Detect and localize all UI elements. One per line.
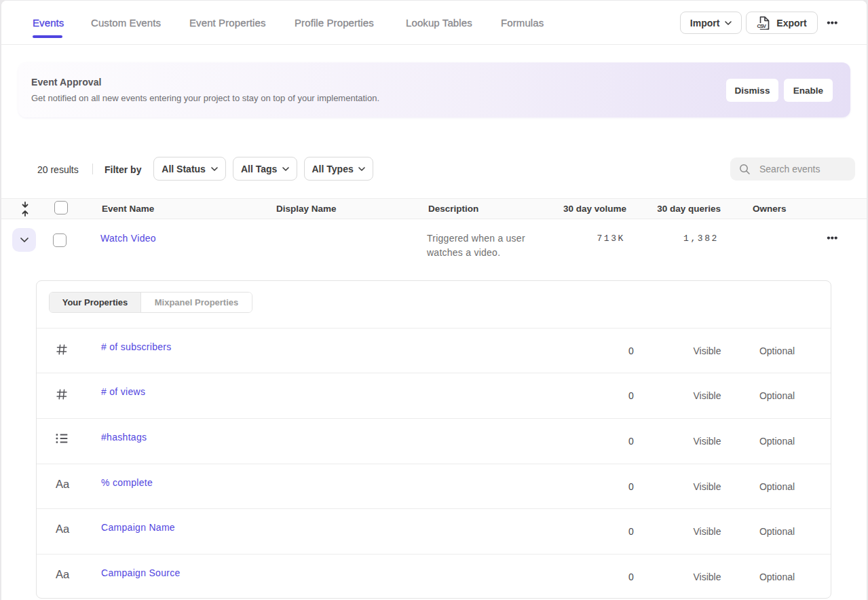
- svg-text:CSV: CSV: [757, 23, 767, 29]
